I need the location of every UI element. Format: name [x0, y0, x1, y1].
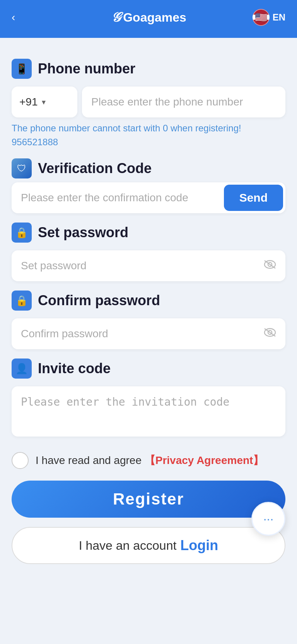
- back-button[interactable]: ‹: [12, 11, 15, 24]
- login-link-text[interactable]: Login: [180, 537, 218, 554]
- lock-icon: 🔒: [12, 223, 32, 243]
- flag-icon: 🇺🇸: [253, 9, 270, 26]
- phone-input-row: +91 ▾: [12, 87, 285, 117]
- set-password-input[interactable]: [12, 250, 285, 281]
- verification-input-row: Send: [12, 182, 285, 213]
- have-account-text: I have an account: [79, 539, 177, 553]
- login-button[interactable]: I have an account Login: [12, 527, 285, 564]
- country-code-selector[interactable]: +91 ▾: [12, 87, 77, 117]
- agreement-checkbox[interactable]: [12, 452, 29, 469]
- verification-icon: 🛡: [12, 158, 32, 178]
- register-button[interactable]: Register: [12, 481, 285, 518]
- invite-icon: 👤: [12, 359, 32, 379]
- confirm-password-wrapper: [12, 318, 285, 349]
- title-icon: 𝒢: [111, 10, 120, 25]
- set-password-wrapper: [12, 250, 285, 281]
- lang-label: EN: [273, 12, 285, 23]
- app-name: Goagames: [123, 10, 186, 25]
- confirm-password-section-title: 🔒 Confirm password: [12, 291, 285, 311]
- invite-code-input[interactable]: [12, 386, 285, 437]
- set-password-section-title: 🔒 Set password: [12, 223, 285, 243]
- agreement-row: I have read and agree 【Privacy Agreement…: [12, 452, 285, 469]
- toggle-confirm-password-icon[interactable]: [263, 327, 277, 341]
- chevron-down-icon: ▾: [42, 97, 46, 107]
- header-bar: [0, 35, 297, 38]
- phone-error-message: The phone number cannot start with 0 whe…: [12, 121, 285, 149]
- app-title: 𝒢 Goagames: [111, 10, 186, 25]
- privacy-agreement-link[interactable]: 【Privacy Agreement】: [145, 454, 264, 466]
- language-selector[interactable]: 🇺🇸 EN: [253, 9, 285, 26]
- send-code-button[interactable]: Send: [224, 185, 283, 211]
- header: ‹ 𝒢 Goagames 🇺🇸 EN: [0, 0, 297, 35]
- phone-number-input[interactable]: [82, 87, 285, 117]
- verification-code-section-title: 🛡 Verification Code: [12, 158, 285, 178]
- phone-number-label: Phone number: [38, 61, 135, 77]
- set-password-label: Set password: [38, 224, 128, 241]
- confirm-password-label: Confirm password: [38, 292, 160, 309]
- verification-code-label: Verification Code: [38, 160, 152, 177]
- phone-icon: 📱: [12, 59, 32, 79]
- invite-code-section-title: 👤 Invite code: [12, 359, 285, 379]
- chat-icon: ···: [263, 512, 274, 526]
- toggle-password-icon[interactable]: [263, 259, 277, 273]
- confirm-lock-icon: 🔒: [12, 291, 32, 311]
- verification-code-input[interactable]: [12, 182, 222, 213]
- agreement-text: I have read and agree 【Privacy Agreement…: [36, 453, 264, 468]
- confirm-password-input[interactable]: [12, 318, 285, 349]
- phone-number-section-title: 📱 Phone number: [12, 59, 285, 79]
- country-code-value: +91: [19, 96, 38, 108]
- invite-code-label: Invite code: [38, 360, 111, 377]
- chat-support-button[interactable]: ···: [251, 502, 285, 536]
